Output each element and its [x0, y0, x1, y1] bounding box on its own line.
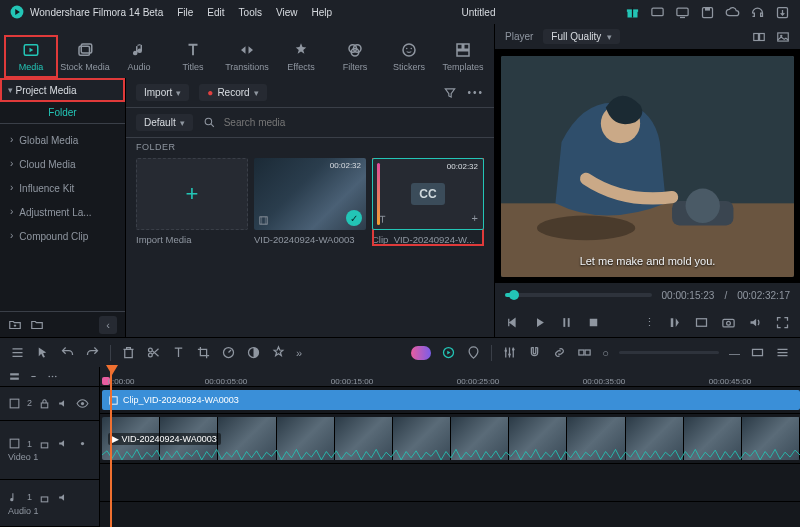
menu-view[interactable]: View — [276, 7, 298, 18]
fullscreen-icon[interactable] — [775, 315, 790, 330]
track-link-icon[interactable] — [27, 370, 40, 383]
color-icon[interactable] — [246, 345, 261, 360]
sidebar-item-compound-clip[interactable]: Compound Clip — [0, 224, 125, 248]
tab-stock-media[interactable]: Stock Media — [58, 35, 112, 78]
zoom-out-icon[interactable]: ○ — [602, 347, 609, 359]
gift-icon[interactable] — [625, 5, 640, 20]
sidebar-item-cloud-media[interactable]: Cloud Media — [0, 152, 125, 176]
sidebar-item-project-media[interactable]: ▾ Project Media — [0, 78, 125, 102]
lock-icon[interactable] — [38, 437, 51, 450]
playhead[interactable] — [110, 367, 112, 527]
collapse-tracks-icon[interactable] — [8, 370, 21, 383]
magnet-icon[interactable] — [527, 345, 542, 360]
speed-icon[interactable] — [221, 345, 236, 360]
toolbar-more-icon[interactable]: » — [296, 347, 302, 359]
eye-icon[interactable] — [76, 397, 89, 410]
tab-filters[interactable]: Filters — [328, 35, 382, 78]
crop-icon[interactable] — [196, 345, 211, 360]
new-folder-icon[interactable] — [8, 318, 22, 332]
text-tool-icon[interactable] — [171, 345, 186, 360]
timeline-settings-icon[interactable] — [775, 345, 790, 360]
track-header-video2[interactable]: 2 — [0, 387, 99, 421]
tab-media[interactable]: Media — [4, 35, 58, 78]
mute-icon[interactable] — [57, 397, 70, 410]
auto-ripple-icon[interactable] — [577, 345, 592, 360]
sidebar-item-global-media[interactable]: Global Media — [0, 128, 125, 152]
ai-toggle[interactable] — [411, 346, 431, 360]
pause-icon[interactable] — [559, 315, 574, 330]
thumb-import-media[interactable]: + Import Media — [136, 158, 248, 246]
snapshot-icon[interactable] — [721, 315, 736, 330]
lock-icon[interactable] — [38, 397, 51, 410]
headset-icon[interactable] — [750, 5, 765, 20]
zoom-in-icon[interactable]: — — [729, 347, 740, 359]
sort-default-button[interactable]: Default▾ — [136, 114, 193, 131]
export-icon[interactable] — [775, 5, 790, 20]
track-audio1[interactable] — [100, 464, 800, 502]
render-icon[interactable] — [441, 345, 456, 360]
undo-icon[interactable] — [60, 345, 75, 360]
tab-titles[interactable]: Titles — [166, 35, 220, 78]
sidebar-item-influence-kit[interactable]: Influence Kit — [0, 176, 125, 200]
track-video1[interactable]: ▶ VID-20240924-WA0003 — [100, 414, 800, 464]
save-icon[interactable] — [700, 5, 715, 20]
message-icon[interactable] — [650, 5, 665, 20]
player-more-icon[interactable]: ⋮ — [644, 316, 655, 329]
quality-select[interactable]: Full Quality▾ — [543, 29, 620, 44]
collapse-sidebar-button[interactable]: ‹ — [99, 316, 117, 334]
search-media-input[interactable] — [222, 116, 332, 129]
marker-icon[interactable] — [466, 345, 481, 360]
ratio-icon[interactable] — [694, 315, 709, 330]
prev-frame-icon[interactable] — [505, 315, 520, 330]
track-header-video1[interactable]: 1 Video 1 — [0, 421, 99, 481]
play-icon[interactable] — [532, 315, 547, 330]
menu-edit[interactable]: Edit — [207, 7, 224, 18]
lock-icon[interactable] — [38, 491, 51, 504]
thumb-video-clip[interactable]: 00:02:32 ✓ VID-20240924-WA0003 — [254, 158, 366, 246]
mute-icon[interactable] — [57, 437, 70, 450]
redo-icon[interactable] — [85, 345, 100, 360]
delete-icon[interactable] — [121, 345, 136, 360]
menu-tools[interactable]: Tools — [239, 7, 262, 18]
filter-icon[interactable] — [443, 86, 457, 100]
split-icon[interactable] — [146, 345, 161, 360]
mixer-icon[interactable] — [502, 345, 517, 360]
thumb-cc-clip[interactable]: 00:02:32 CC + Clip_VID-20240924-W... — [372, 158, 484, 246]
image-icon[interactable] — [776, 30, 790, 44]
import-button[interactable]: Import▾ — [136, 84, 189, 101]
track-header-audio1[interactable]: 1 Audio 1 — [0, 480, 99, 527]
player-viewport[interactable]: Let me make and mold you. — [495, 50, 800, 283]
menu-file[interactable]: File — [177, 7, 193, 18]
folder-label[interactable]: Folder — [0, 102, 125, 124]
stop-icon[interactable] — [586, 315, 601, 330]
track-video2[interactable]: Clip_VID-20240924-WA0003 — [100, 387, 800, 414]
cursor-icon[interactable] — [35, 345, 50, 360]
tab-stickers[interactable]: Stickers — [382, 35, 436, 78]
ai-enhance-icon[interactable] — [271, 345, 286, 360]
cloud-icon[interactable] — [725, 5, 740, 20]
more-icon[interactable]: ••• — [467, 87, 484, 98]
player-seekbar[interactable] — [505, 293, 652, 297]
clip-subtitle[interactable]: Clip_VID-20240924-WA0003 — [102, 390, 800, 410]
add-icon[interactable]: + — [472, 212, 478, 224]
zoom-slider[interactable] — [619, 351, 719, 354]
eye-icon[interactable] — [76, 437, 89, 450]
fit-zoom-icon[interactable] — [750, 345, 765, 360]
screen-icon[interactable] — [675, 5, 690, 20]
mark-in-icon[interactable] — [667, 315, 682, 330]
link-icon[interactable] — [552, 345, 567, 360]
tab-audio[interactable]: Audio — [112, 35, 166, 78]
timeline-ruler[interactable]: 0:00:00 00:00:05:00 00:00:15:00 00:00:25… — [100, 367, 800, 387]
compare-icon[interactable] — [752, 30, 766, 44]
tab-effects[interactable]: Effects — [274, 35, 328, 78]
record-button[interactable]: ●Record▾ — [199, 84, 266, 101]
tab-transitions[interactable]: Transitions — [220, 35, 274, 78]
sidebar-item-adjustment-layer[interactable]: Adjustment La... — [0, 200, 125, 224]
tab-templates[interactable]: Templates — [436, 35, 490, 78]
volume-icon[interactable] — [748, 315, 763, 330]
mute-icon[interactable] — [57, 491, 70, 504]
tracks-toggle-icon[interactable] — [10, 345, 25, 360]
track-options-icon[interactable] — [46, 370, 59, 383]
folder-icon2[interactable] — [30, 318, 44, 332]
timeline-tracks[interactable]: 0:00:00 00:00:05:00 00:00:15:00 00:00:25… — [100, 367, 800, 527]
